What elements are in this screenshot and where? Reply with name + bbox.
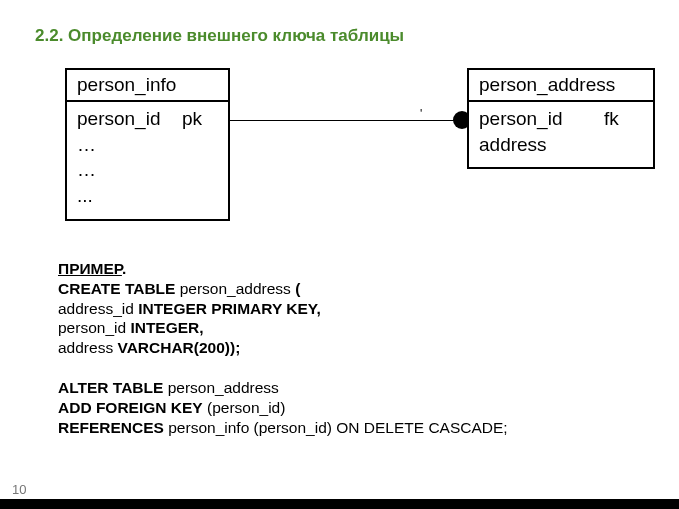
col-name: person_id (479, 106, 604, 132)
table-row: … (77, 132, 218, 158)
table-title: person_address (469, 70, 653, 102)
code-line: address_id INTEGER PRIMARY KEY, (58, 299, 679, 319)
relationship-tick: ' (420, 107, 422, 121)
sql-example: ПРИМЕР. CREATE TABLE person_address ( ad… (0, 235, 679, 437)
relationship-line (230, 120, 469, 121)
code-line: ADD FOREIGN KEY (person_id) (58, 398, 679, 418)
table-body: person_id pk … … ... (67, 102, 228, 219)
col-name: … (77, 157, 182, 183)
table-row: address (479, 132, 643, 158)
code-line (58, 358, 679, 378)
col-name: address (479, 132, 604, 158)
col-name: person_id (77, 106, 182, 132)
code-line: ALTER TABLE person_address (58, 378, 679, 398)
footer-bar (0, 499, 679, 509)
table-row: person_id fk (479, 106, 643, 132)
table-body: person_id fk address (469, 102, 653, 167)
table-person-address: person_address person_id fk address (467, 68, 655, 169)
col-key: fk (604, 106, 619, 132)
code-line: address VARCHAR(200)); (58, 338, 679, 358)
page-number: 10 (12, 482, 26, 497)
table-row: … (77, 157, 218, 183)
code-line: person_id INTEGER, (58, 318, 679, 338)
table-row: person_id pk (77, 106, 218, 132)
code-line: CREATE TABLE person_address ( (58, 279, 679, 299)
er-diagram: person_info person_id pk … … ... ' perso… (35, 60, 655, 235)
table-row: ... (77, 183, 218, 209)
col-key: pk (182, 106, 202, 132)
code-line: ПРИМЕР. (58, 259, 679, 279)
col-name: ... (77, 183, 182, 209)
section-heading: 2.2. Определение внешнего ключа таблицы (0, 0, 679, 46)
table-title: person_info (67, 70, 228, 102)
col-name: … (77, 132, 182, 158)
table-person-info: person_info person_id pk … … ... (65, 68, 230, 221)
code-line: REFERENCES person_info (person_id) ON DE… (58, 418, 679, 438)
